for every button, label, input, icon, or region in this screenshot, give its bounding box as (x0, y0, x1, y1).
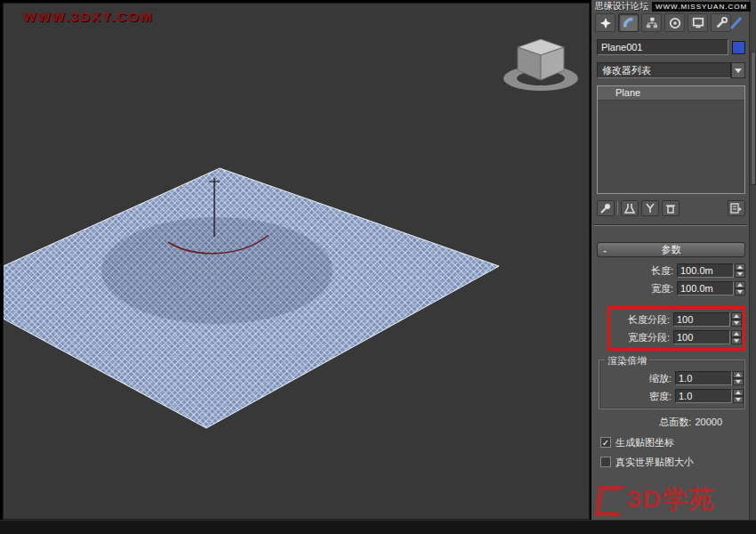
rollout-title: 参数 (612, 243, 730, 256)
length-row: 长度: 100.0m (597, 262, 745, 279)
spin-down-icon (736, 398, 741, 401)
density-spinner[interactable] (733, 389, 744, 403)
width-segs-input[interactable]: 100 (673, 330, 730, 344)
width-segs-spinner[interactable] (731, 330, 742, 344)
stack-item-plane[interactable]: Plane (598, 86, 744, 101)
scrollbar-thumb[interactable] (751, 52, 756, 185)
scale-spinner[interactable] (733, 371, 744, 385)
scale-row: 缩放: 1.0 (600, 369, 744, 387)
length-label: 长度: (651, 264, 673, 278)
segments-highlight-box: 长度分段: 100 宽度分段: 100 (607, 306, 745, 351)
show-end-result-icon (624, 203, 635, 214)
panel-watermark: 思缘设计论坛 WWW.MISSYUAN.COM (595, 0, 751, 12)
modify-icon (623, 17, 635, 29)
spin-down-icon (734, 321, 739, 325)
display-icon (692, 17, 704, 29)
spin-down-icon (737, 272, 743, 276)
configure-sets-icon (730, 203, 743, 214)
motion-icon (669, 17, 681, 29)
utilities-icon (715, 17, 728, 29)
collapse-icon: - (598, 245, 612, 255)
width-row: 宽度: 100.0m (597, 279, 745, 297)
width-label: 宽度: (651, 282, 673, 295)
spin-up-icon (736, 391, 741, 394)
parameters-rollout: 长度: 100.0m 宽度: 100.0m 长度分段: 100 宽度分段: 10… (597, 262, 745, 470)
modifier-list-arrow-button[interactable] (731, 62, 745, 78)
length-input[interactable]: 100.0m (677, 263, 734, 278)
scale-label: 缩放: (649, 372, 672, 385)
spin-up-icon (734, 314, 739, 318)
generate-mapping-coords-checkbox[interactable]: ✓ (600, 437, 611, 448)
perspective-viewport[interactable]: WWW.3DXY.COM (3, 3, 590, 520)
tab-display[interactable] (688, 13, 708, 32)
remove-modifier-button[interactable] (662, 200, 680, 216)
render-multipliers-title: 渲染倍增 (605, 354, 649, 368)
modifier-list-row: 修改器列表 (597, 62, 745, 78)
pen-button[interactable] (728, 13, 745, 32)
tab-create[interactable] (595, 13, 615, 32)
length-segs-label: 长度分段: (628, 313, 670, 327)
plane-object[interactable] (4, 168, 499, 428)
watermark-badge: WWW.MISSYUAN.COM (652, 2, 751, 12)
width-segs-label: 宽度分段: (628, 331, 670, 344)
viewport-watermark: WWW.3DXY.COM (23, 9, 154, 24)
3dsmax-window: WWW.3DXY.COM 思缘设计论坛 WWW.MISSYUAN.COM (0, 0, 756, 534)
bottom-bar (0, 520, 756, 534)
configure-modifier-sets-button[interactable] (728, 200, 745, 216)
total-faces-row: 总面数: 20000 (597, 413, 745, 431)
spin-up-icon (737, 283, 743, 287)
spin-down-icon (736, 380, 741, 384)
width-input[interactable]: 100.0m (677, 281, 734, 295)
command-panel: 思缘设计论坛 WWW.MISSYUAN.COM (591, 0, 756, 520)
real-world-map-size-label: 真实世界贴图大小 (615, 456, 694, 469)
modifier-stack[interactable]: Plane (597, 85, 745, 194)
viewport-canvas[interactable] (4, 4, 590, 520)
panel-scrollbar[interactable] (749, 0, 756, 520)
make-unique-icon (645, 203, 655, 214)
panel-tabs (595, 13, 731, 32)
total-faces-value: 20000 (695, 417, 722, 427)
watermark-logo-icon (595, 486, 626, 516)
tab-modify[interactable] (618, 13, 639, 32)
pin-icon (600, 203, 611, 214)
object-name-row: Plane001 (597, 39, 745, 55)
chevron-down-icon (735, 69, 742, 73)
real-world-map-size-checkbox[interactable] (600, 457, 611, 467)
density-input[interactable]: 1.0 (675, 389, 732, 403)
watermark-text: 思缘设计论坛 (595, 0, 648, 12)
generate-mapping-coords-row: ✓ 生成贴图坐标 (600, 434, 745, 450)
length-segs-input[interactable]: 100 (673, 312, 730, 327)
real-world-map-size-row: 真实世界贴图大小 (600, 454, 745, 470)
scale-input[interactable]: 1.0 (675, 371, 732, 385)
view-cube[interactable] (503, 39, 578, 91)
trash-icon (665, 203, 676, 214)
spin-down-icon (734, 339, 739, 343)
tab-hierarchy[interactable] (641, 13, 662, 32)
watermark-logo-text: 3D学苑 (627, 482, 716, 516)
length-spinner[interactable] (735, 263, 745, 278)
width-spinner[interactable] (735, 281, 745, 295)
stack-toolbar (597, 199, 745, 217)
spin-up-icon (736, 373, 741, 376)
panel-bottom-watermark: 3D学苑 (597, 482, 716, 516)
object-name-input[interactable]: Plane001 (597, 39, 728, 55)
show-end-result-button[interactable] (621, 200, 639, 216)
create-icon (599, 17, 612, 29)
parameters-rollout-header[interactable]: - 参数 (597, 242, 745, 257)
object-color-swatch[interactable] (732, 41, 745, 54)
length-segs-spinner[interactable] (731, 312, 742, 327)
density-label: 密度: (649, 390, 672, 403)
pen-icon (729, 16, 744, 30)
hierarchy-icon (646, 17, 658, 29)
modifier-list-dropdown[interactable]: 修改器列表 (597, 62, 731, 78)
make-unique-button[interactable] (641, 200, 659, 216)
render-multipliers-group: 渲染倍增 缩放: 1.0 密度: 1.0 (599, 360, 745, 409)
density-row: 密度: 1.0 (600, 387, 744, 405)
generate-mapping-coords-label: 生成贴图坐标 (615, 436, 674, 449)
pin-stack-button[interactable] (597, 200, 615, 216)
length-segs-row: 长度分段: 100 (612, 311, 742, 328)
width-segs-row: 宽度分段: 100 (612, 328, 742, 346)
total-faces-label: 总面数: (659, 416, 691, 429)
tab-motion[interactable] (664, 13, 685, 32)
separator (617, 202, 618, 214)
